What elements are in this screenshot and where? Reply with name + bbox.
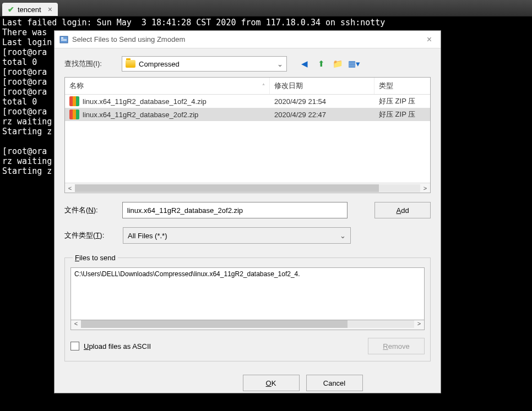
folder-icon xyxy=(126,60,135,68)
svg-rect-3 xyxy=(61,40,67,41)
zmodem-dialog: Select Files to Send using Zmodem × 查找范围… xyxy=(54,30,441,393)
new-folder-icon[interactable]: 📁 xyxy=(331,57,344,70)
zip-icon xyxy=(69,109,79,119)
file-date: 2020/4/29 22:47 xyxy=(270,111,374,119)
close-icon[interactable]: × xyxy=(422,35,436,45)
scroll-left-icon[interactable]: < xyxy=(65,185,75,191)
column-header-type[interactable]: 类型 xyxy=(374,78,430,94)
check-icon: ✔ xyxy=(8,5,14,14)
files-to-send-group: Files to send C:\Users\DELL\Downloads\Co… xyxy=(64,254,431,361)
svg-rect-2 xyxy=(61,39,67,40)
svg-rect-1 xyxy=(61,37,63,39)
file-date: 2020/4/29 21:54 xyxy=(270,97,374,106)
column-header-name[interactable]: 名称 ˄ xyxy=(65,78,270,94)
up-icon[interactable]: ⬆ xyxy=(314,57,328,70)
column-header-date[interactable]: 修改日期 xyxy=(270,78,374,94)
tab-close-icon[interactable]: × xyxy=(48,5,52,14)
scroll-right-icon[interactable]: > xyxy=(420,185,430,191)
dialog-title: Select Files to Send using Zmodem xyxy=(72,35,422,43)
lookin-label: 查找范围(I): xyxy=(64,59,117,69)
files-to-send-list[interactable]: C:\Users\DELL\Downloads\Compressed\linux… xyxy=(70,267,425,320)
file-type: 好压 ZIP 压 xyxy=(374,109,430,119)
scroll-right-icon[interactable]: > xyxy=(414,320,424,330)
file-row[interactable]: linux.x64_11gR2_database_1of2_4.zip2020/… xyxy=(65,95,430,108)
file-row[interactable]: linux.x64_11gR2_database_2of2.zip2020/4/… xyxy=(65,108,430,121)
tab-tencent[interactable]: ✔ tencent × xyxy=(2,3,58,16)
folder-name: Compressed xyxy=(139,60,180,68)
view-menu-icon[interactable]: ▦▾ xyxy=(348,57,361,70)
filename-label: 文件名(N): xyxy=(64,205,117,215)
window-titlebar: ✔ tencent × xyxy=(0,0,532,17)
files-to-send-label: Files to send xyxy=(73,254,118,262)
back-icon[interactable]: ◀ xyxy=(298,57,311,70)
file-list-hscroll[interactable]: < > xyxy=(65,183,430,193)
tab-label: tencent xyxy=(18,6,41,14)
add-button[interactable]: Add xyxy=(374,202,431,218)
ascii-checkbox[interactable] xyxy=(70,342,79,350)
chevron-down-icon: ⌄ xyxy=(277,60,283,68)
zip-icon xyxy=(69,96,79,106)
remove-button[interactable]: Remove xyxy=(368,338,425,354)
filename-input[interactable] xyxy=(122,202,348,218)
chevron-down-icon: ⌄ xyxy=(340,232,346,240)
files-to-send-item[interactable]: C:\Users\DELL\Downloads\Compressed\linux… xyxy=(74,270,421,278)
sort-asc-icon: ˄ xyxy=(262,83,265,89)
file-type: 好压 ZIP 压 xyxy=(374,96,430,106)
file-list: 名称 ˄ 修改日期 类型 linux.x64_11gR2_database_1o… xyxy=(64,77,431,193)
folder-dropdown[interactable]: Compressed ⌄ xyxy=(122,56,287,72)
file-name: linux.x64_11gR2_database_2of2.zip xyxy=(83,111,198,119)
filetype-label: 文件类型(T): xyxy=(64,231,117,240)
ascii-label: Upload files as ASCII xyxy=(84,342,151,350)
file-name: linux.x64_11gR2_database_1of2_4.zip xyxy=(83,97,207,106)
cancel-button[interactable]: Cancel xyxy=(306,375,363,391)
scroll-left-icon[interactable]: < xyxy=(71,320,81,330)
dialog-app-icon xyxy=(59,35,69,45)
ok-button[interactable]: OK xyxy=(243,375,300,391)
dialog-titlebar[interactable]: Select Files to Send using Zmodem × xyxy=(55,31,441,48)
filetype-dropdown[interactable]: All Files (*.*) ⌄ xyxy=(123,227,351,244)
files-to-send-hscroll[interactable]: < > xyxy=(70,320,425,330)
